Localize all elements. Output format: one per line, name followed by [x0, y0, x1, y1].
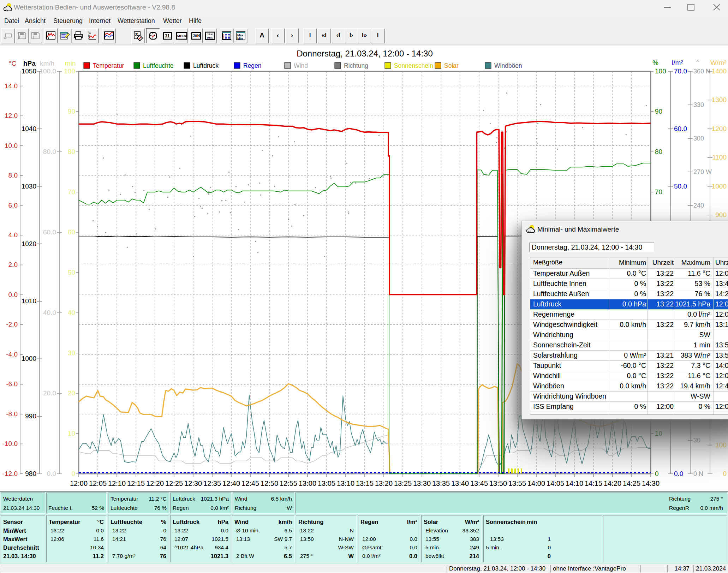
svg-text:1100: 1100	[712, 154, 727, 161]
svg-text:-4.0: -4.0	[6, 351, 18, 358]
svg-text:60.0: 60.0	[674, 125, 687, 132]
svg-text:Luftfeuchte: Luftfeuchte	[143, 62, 174, 69]
svg-text:1040: 1040	[22, 125, 36, 132]
svg-text:W/m²: W/m²	[710, 59, 726, 66]
svg-text:13:25: 13:25	[394, 479, 412, 487]
svg-text:13:15: 13:15	[356, 479, 374, 487]
svg-text:14:15: 14:15	[585, 479, 602, 487]
svg-text:300: 300	[693, 135, 704, 142]
svg-text:1200: 1200	[712, 125, 727, 132]
svg-text:330: 330	[693, 101, 704, 108]
svg-text:1010: 1010	[22, 297, 36, 305]
svg-text:60: 60	[68, 228, 75, 236]
svg-text:0: 0	[71, 470, 75, 477]
svg-text:DEC: DEC	[207, 36, 213, 39]
svg-text:12:45: 12:45	[241, 479, 259, 487]
svg-text:-2.0: -2.0	[6, 321, 18, 328]
svg-text:12:05: 12:05	[89, 479, 107, 487]
svg-text:MO-SU: MO-SU	[177, 34, 187, 38]
svg-text:31.: 31.	[165, 34, 171, 38]
svg-text:14.0: 14.0	[5, 82, 18, 90]
svg-text:km/h: km/h	[40, 60, 54, 67]
svg-text:-6.0: -6.0	[6, 380, 18, 388]
svg-text:20.0: 20.0	[43, 389, 56, 397]
svg-text:13:45: 13:45	[470, 479, 488, 487]
svg-text:900: 900	[715, 211, 727, 219]
svg-text:12:50: 12:50	[261, 479, 278, 487]
svg-text:10: 10	[68, 430, 75, 437]
svg-text:12:15: 12:15	[127, 479, 145, 487]
svg-text:-10.0: -10.0	[2, 440, 18, 447]
svg-text:0: 0	[723, 470, 727, 477]
svg-text:14:00: 14:00	[527, 479, 545, 487]
svg-text:60.0: 60.0	[43, 228, 56, 236]
svg-text:100: 100	[715, 441, 727, 449]
svg-text:Wind: Wind	[294, 62, 308, 69]
svg-text:12:35: 12:35	[203, 479, 221, 487]
svg-text:Solar: Solar	[444, 62, 459, 69]
svg-text:Richtung: Richtung	[344, 62, 368, 69]
svg-text:1050: 1050	[22, 67, 36, 75]
svg-text:JAN: JAN	[207, 33, 213, 36]
svg-text:14:05: 14:05	[547, 479, 564, 487]
svg-text:Sonnenschein: Sonnenschein	[394, 62, 433, 69]
svg-text:14:20: 14:20	[604, 479, 621, 487]
svg-text:0: 0	[655, 470, 659, 477]
svg-text:14:10: 14:10	[566, 479, 583, 487]
svg-text:13:20: 13:20	[375, 479, 393, 487]
svg-text:12:55: 12:55	[280, 479, 297, 487]
svg-text:50: 50	[68, 269, 75, 276]
svg-text:1000: 1000	[22, 355, 36, 362]
svg-text:100: 100	[655, 67, 666, 75]
svg-text:13:30: 13:30	[413, 479, 431, 487]
svg-text:40.0: 40.0	[43, 309, 56, 316]
svg-text:980: 980	[25, 470, 36, 477]
svg-text:13:55: 13:55	[508, 479, 526, 487]
svg-text:20: 20	[68, 389, 75, 397]
svg-text:90: 90	[68, 108, 75, 115]
svg-text:1000: 1000	[712, 183, 727, 190]
svg-text:1030: 1030	[22, 183, 36, 190]
svg-text:80: 80	[68, 148, 75, 155]
svg-text:12:20: 12:20	[146, 479, 164, 487]
svg-text:1020: 1020	[22, 240, 36, 247]
svg-text:240: 240	[693, 202, 704, 209]
svg-text:JAN: JAN	[193, 34, 200, 38]
svg-text:Regen: Regen	[243, 62, 262, 69]
svg-text:°: °	[696, 59, 699, 66]
svg-text:Luftdruck: Luftdruck	[193, 62, 219, 69]
svg-text:°C: °C	[88, 31, 91, 35]
svg-text:10.0: 10.0	[5, 142, 18, 149]
svg-text:12:30: 12:30	[184, 479, 202, 487]
svg-text:10: 10	[655, 430, 662, 437]
svg-text:hPa: hPa	[23, 60, 36, 67]
svg-text:13:50: 13:50	[489, 479, 507, 487]
svg-text:0.0: 0.0	[674, 470, 683, 477]
svg-text:14:25: 14:25	[623, 479, 640, 487]
svg-text:12:10: 12:10	[108, 479, 126, 487]
svg-text:%: %	[652, 59, 658, 66]
svg-text:90: 90	[655, 108, 662, 115]
svg-text:270 W: 270 W	[693, 168, 712, 175]
svg-text:2.0: 2.0	[8, 261, 18, 268]
svg-text:Temperatur: Temperatur	[93, 62, 124, 69]
svg-text:14:30: 14:30	[642, 479, 660, 487]
svg-text:Windböen: Windböen	[494, 62, 522, 69]
svg-text:-8.0: -8.0	[6, 410, 18, 418]
svg-text:1400: 1400	[712, 67, 727, 75]
svg-text:0.0: 0.0	[47, 470, 56, 477]
svg-text:12:00: 12:00	[70, 479, 88, 487]
svg-text:0.0: 0.0	[8, 291, 18, 298]
svg-text:13:05: 13:05	[318, 479, 335, 487]
svg-text:80: 80	[655, 148, 662, 155]
svg-text:Min: Min	[237, 37, 243, 40]
svg-text:40: 40	[68, 309, 75, 316]
svg-text:0 N: 0 N	[693, 470, 703, 477]
svg-text:l/m²: l/m²	[672, 59, 683, 66]
svg-text:13:10: 13:10	[337, 479, 354, 487]
svg-text:1300: 1300	[712, 96, 727, 103]
svg-text:12:25: 12:25	[165, 479, 183, 487]
svg-text:70: 70	[68, 188, 75, 196]
svg-text:31: 31	[135, 32, 139, 36]
svg-text:13:00: 13:00	[299, 479, 316, 487]
